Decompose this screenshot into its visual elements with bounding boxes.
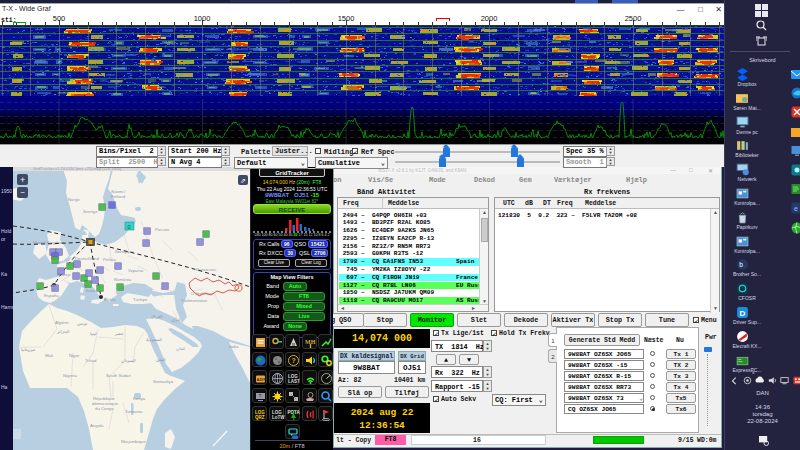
svg-text:+: + <box>20 175 25 185</box>
svg-text:Tchad: Tchad <box>85 358 97 363</box>
svg-text:−: − <box>21 188 26 197</box>
svg-text:Mali: Mali <box>45 353 53 358</box>
svg-text:ليبيا: ليبيا <box>90 331 97 336</box>
svg-text:Kenya: Kenya <box>133 396 146 401</box>
svg-text:Somaaliya: Somaaliya <box>153 379 174 384</box>
svg-text:Україна: Україна <box>128 268 144 273</box>
svg-text:السعودية: السعودية <box>146 337 162 342</box>
svg-text:السودان: السودان <box>121 358 136 363</box>
svg-text:مصر: مصر <box>114 331 123 336</box>
svg-text:الجزائر: الجزائر <box>56 329 69 334</box>
svg-text:Tanzania: Tanzania <box>125 409 143 414</box>
svg-text:Angola: Angola <box>90 423 104 428</box>
svg-text:D: D <box>739 309 745 318</box>
svg-text:India: India <box>229 344 239 349</box>
svg-text:Italia: Italia <box>86 288 96 293</box>
svg-text:Polska: Polska <box>103 257 117 262</box>
svg-text:b: b <box>739 262 743 269</box>
svg-text:Norge: Norge <box>68 197 80 202</box>
svg-text:ADIF: ADIF <box>257 377 267 382</box>
svg-text:?: ? <box>259 393 262 399</box>
svg-text:Россия: Россия <box>155 227 170 232</box>
svg-text:Ελλάς: Ελλάς <box>104 297 116 302</box>
svg-text:تونس: تونس <box>77 321 88 326</box>
svg-text:عمان: عمان <box>176 346 186 351</box>
svg-text:اليمن: اليمن <box>156 357 166 362</box>
svg-text:0: 0 <box>128 224 131 230</box>
svg-text:ایران: ایران <box>171 317 180 322</box>
svg-text:Algérie: Algérie <box>55 320 69 325</box>
svg-text:South Sudan: South Sudan <box>106 373 131 378</box>
svg-text:موريتانيا: موريتانيا <box>21 347 35 352</box>
svg-text:Deutschland: Deutschland <box>75 256 99 261</box>
svg-text:Nigeria: Nigeria <box>63 373 77 378</box>
svg-text:România: România <box>114 277 132 282</box>
svg-text:Türkmenistan: Türkmenistan <box>181 298 208 303</box>
svg-text:Türkiye: Türkiye <box>133 297 148 302</box>
svg-text:España: España <box>44 293 59 298</box>
svg-text:العراق: العراق <box>151 314 162 319</box>
svg-text:Sverige: Sverige <box>83 209 98 214</box>
svg-text:⇗: ⇗ <box>240 177 246 184</box>
svg-text:e: e <box>794 205 798 212</box>
svg-text:Finland: Finland <box>111 194 126 199</box>
svg-text:LoTW: LoTW <box>272 415 285 420</box>
svg-text:Беларусь: Беларусь <box>115 249 135 254</box>
svg-text:Казахстан: Казахстан <box>196 267 217 272</box>
svg-text:du Congo: du Congo <box>95 406 114 411</box>
svg-text:?: ? <box>292 357 296 364</box>
svg-text:Moçambique: Moçambique <box>121 439 146 444</box>
svg-text:LAST: LAST <box>288 379 300 384</box>
svg-text:QRZ: QRZ <box>255 415 265 420</box>
svg-text:Niger: Niger <box>69 353 80 358</box>
